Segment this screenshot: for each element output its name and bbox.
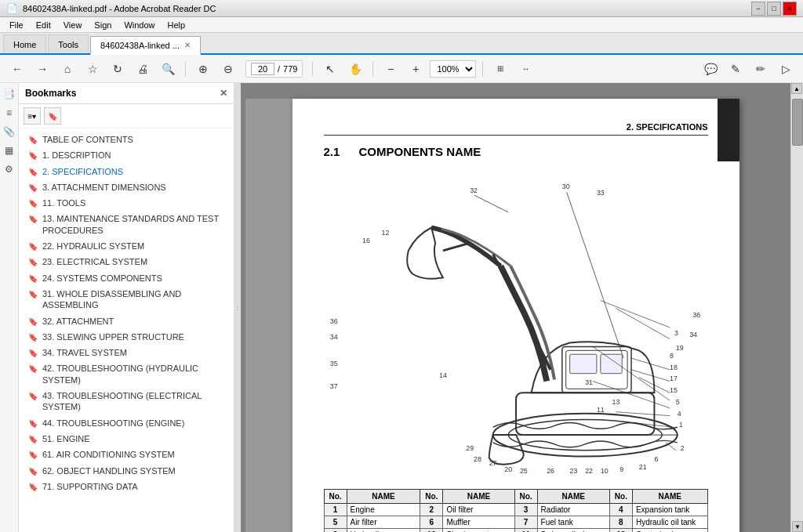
bookmark-description[interactable]: 🔖 1. DESCRIPTION <box>19 147 234 163</box>
pdf-viewer[interactable]: 2. SPECIFICATIONS 2.1 COMPONENTS NAME <box>241 83 790 532</box>
svg-text:35: 35 <box>329 360 337 367</box>
prev-page-button[interactable]: ⊕ <box>192 58 214 80</box>
menu-bar: File Edit View Sign Window Help <box>0 17 803 33</box>
separator-3 <box>372 61 373 77</box>
minimize-button[interactable]: − <box>751 2 765 16</box>
page-separator: / <box>278 64 280 74</box>
bookmark-specifications[interactable]: 🔖 2. SPECIFICATIONS <box>19 164 234 179</box>
cursor-tool[interactable]: ↖ <box>319 58 341 80</box>
annotate-button[interactable]: ✎ <box>725 58 747 80</box>
bookmark-icon: 🔖 <box>28 273 38 284</box>
bookmark-trouble-electrical[interactable]: 🔖 43. TROUBLESHOOTING (ELECTRICAL SYSTEM… <box>19 388 234 415</box>
panel-splitter[interactable]: ⋮ <box>234 83 241 532</box>
separator-4 <box>482 61 483 77</box>
menu-help[interactable]: Help <box>162 19 192 31</box>
zoom-select[interactable]: 100% 75% 125% 150% <box>430 60 476 78</box>
pages-tool[interactable]: ▦ <box>2 143 17 158</box>
bookmark-ac[interactable]: 🔖 61. AIR CONDITIONING SYSTEM <box>19 447 234 462</box>
bookmark-attachment-dims[interactable]: 🔖 3. ATTACHMENT DIMENSIONS <box>19 179 234 195</box>
svg-text:3: 3 <box>674 329 678 337</box>
bookmark-trouble-hydraulic[interactable]: 🔖 42. TROUBLESHOOTING (HYDRAULIC SYSTEM) <box>19 360 234 388</box>
expand-all-button[interactable]: ≡▾ <box>24 107 41 125</box>
bookmark-travel[interactable]: 🔖 34. TRAVEL SYSTEM <box>19 345 234 360</box>
zoom-in-button[interactable]: + <box>405 58 427 80</box>
svg-text:36: 36 <box>329 317 337 325</box>
scroll-down-arrow[interactable]: ▼ <box>792 521 803 532</box>
fit-page-button[interactable]: ⊞ <box>489 58 511 80</box>
bookmarks-header: Bookmarks ✕ <box>19 83 234 104</box>
bookmark-trouble-engine[interactable]: 🔖 44. TROUBLESHOOTING (ENGINE) <box>19 415 234 431</box>
bookmark-attachment[interactable]: 🔖 32. ATTACHMENT <box>19 313 234 329</box>
section-title: 2.1 COMPONENTS NAME <box>324 145 708 158</box>
menu-window[interactable]: Window <box>118 19 161 31</box>
menu-view[interactable]: View <box>57 19 89 31</box>
share-button[interactable]: ▷ <box>775 58 797 80</box>
hand-tool[interactable]: ✋ <box>344 58 366 80</box>
bookmarks-tool[interactable]: 📑 <box>2 86 17 102</box>
menu-sign[interactable]: Sign <box>88 19 118 31</box>
tools-panel[interactable]: ⚙ <box>2 161 17 177</box>
left-tools-panel: 📑 ≡ 📎 ▦ ⚙ <box>0 83 19 532</box>
bookmark-icon: 🔖 <box>28 167 38 177</box>
scroll-up-arrow[interactable]: ▲ <box>791 83 802 94</box>
svg-text:18: 18 <box>670 364 678 371</box>
separator-1 <box>185 61 186 77</box>
comment-button[interactable]: 💬 <box>699 58 721 80</box>
print-button[interactable]: 🖨 <box>132 58 154 80</box>
table-header-no1: No. <box>324 490 347 504</box>
page-number-input[interactable] <box>251 63 274 75</box>
tab-document[interactable]: 84602438A-linked ... ✕ <box>90 36 201 55</box>
vertical-scrollbar[interactable]: ▲ ▼ <box>790 83 803 532</box>
svg-text:29: 29 <box>466 444 474 452</box>
dark-overlay <box>718 99 739 161</box>
refresh-button[interactable]: ↻ <box>107 58 129 80</box>
bookmark-icon: 🔖 <box>28 214 38 224</box>
table-header-name4: NAME <box>632 490 707 504</box>
search-doc-button[interactable]: 🔍 <box>157 58 179 80</box>
title-bar-text: 84602438A-linked.pdf - Adobe Acrobat Rea… <box>23 4 216 13</box>
bookmark-hydraulic[interactable]: 🔖 22. HYDRAULIC SYSTEM <box>19 238 234 254</box>
bookmark-toc[interactable]: 🔖 TABLE OF CONTENTS <box>19 132 234 147</box>
attachments-tool[interactable]: 📎 <box>2 124 17 139</box>
svg-text:33: 33 <box>596 189 604 197</box>
draw-button[interactable]: ✏ <box>750 58 772 80</box>
bookmark-disassembling[interactable]: 🔖 31. WHOLE DISASSEMBLING AND ASSEMBLING <box>19 286 234 313</box>
svg-text:26: 26 <box>547 467 554 475</box>
scroll-thumb[interactable] <box>792 99 803 146</box>
svg-text:20: 20 <box>504 465 512 473</box>
maximize-button[interactable]: □ <box>767 2 781 16</box>
star-button[interactable]: ☆ <box>82 58 104 80</box>
tab-home[interactable]: Home <box>3 34 46 53</box>
bookmark-systems-components[interactable]: 🔖 24. SYSTEMS COMPONENTS <box>19 270 234 286</box>
svg-text:34: 34 <box>329 333 337 341</box>
fit-width-button[interactable]: ↔ <box>514 58 536 80</box>
close-bookmarks-icon[interactable]: ✕ <box>220 88 227 99</box>
bookmark-engine[interactable]: 🔖 51. ENGINE <box>19 431 234 447</box>
bookmark-slewing[interactable]: 🔖 33. SLEWING UPPER STRUCTURE <box>19 329 234 345</box>
bookmark-electrical[interactable]: 🔖 23. ELECTRICAL SYSTEM <box>19 254 234 270</box>
close-button[interactable]: ✕ <box>783 2 797 16</box>
tab-close-icon[interactable]: ✕ <box>184 41 191 49</box>
forward-button[interactable]: → <box>31 58 53 80</box>
bookmark-icon: 🔖 <box>28 135 38 145</box>
back-button[interactable]: ← <box>6 58 28 80</box>
table-row: 5Air filter 6Muffler 7Fuel tank 8Hydraul… <box>324 516 707 529</box>
bookmark-maintenance[interactable]: 🔖 13. MAINTENANCE STANDARDS AND TEST PRO… <box>19 211 234 238</box>
bookmark-object-handling[interactable]: 🔖 62. OBJECT HANDLING SYSTEM <box>19 463 234 479</box>
svg-text:17: 17 <box>670 375 678 383</box>
zoom-out-button[interactable]: − <box>380 58 402 80</box>
bookmarks-toolbar: ≡▾ 🔖 <box>19 104 234 128</box>
table-header-name2: NAME <box>443 490 514 504</box>
home-button[interactable]: ⌂ <box>56 58 78 80</box>
bookmark-supporting-data[interactable]: 🔖 71. SUPPORTING DATA <box>19 479 234 494</box>
bookmark-options-button[interactable]: 🔖 <box>44 107 61 125</box>
layers-tool[interactable]: ≡ <box>2 105 17 121</box>
bookmark-tools[interactable]: 🔖 11. TOOLS <box>19 195 234 211</box>
bookmark-icon: 🔖 <box>28 348 38 358</box>
svg-text:8: 8 <box>670 352 674 360</box>
bookmark-icon: 🔖 <box>28 198 38 208</box>
next-page-button[interactable]: ⊖ <box>217 58 239 80</box>
menu-edit[interactable]: Edit <box>30 19 57 31</box>
tab-tools[interactable]: Tools <box>48 34 89 53</box>
menu-file[interactable]: File <box>3 19 30 31</box>
